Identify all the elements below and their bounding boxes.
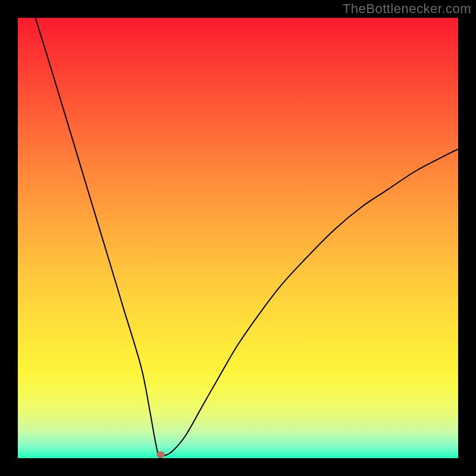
chart-frame: TheBottlenecker.com [0, 0, 476, 476]
bottleneck-curve [18, 18, 458, 458]
bottleneck-curve-path [36, 18, 458, 458]
plot-area [18, 18, 458, 458]
optimal-point-marker [156, 452, 165, 458]
watermark-text: TheBottlenecker.com [343, 1, 471, 17]
